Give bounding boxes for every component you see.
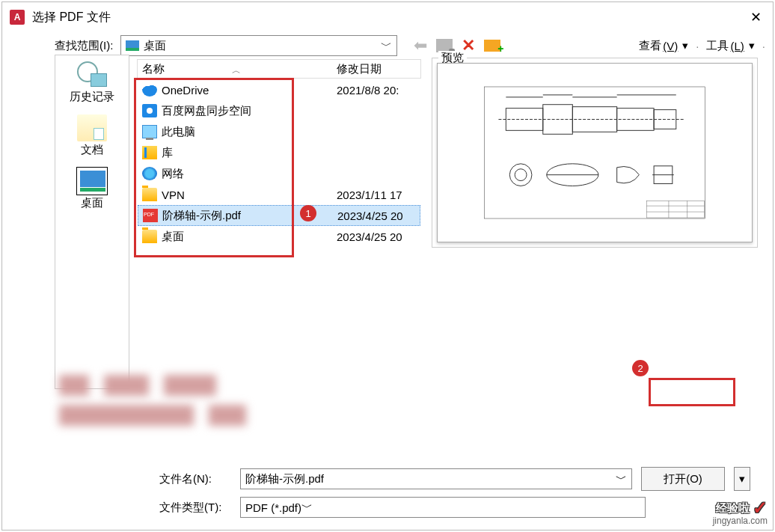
list-item[interactable]: 桌面2023/4/25 20	[138, 226, 420, 247]
svg-rect-1	[506, 108, 542, 131]
titlebar: A 选择 PDF 文件 ✕	[2, 2, 773, 32]
filetype-row: 文件类型(T): PDF (*.pdf) ﹀	[2, 494, 773, 530]
preview-fieldset: 预览	[432, 58, 758, 248]
app-icon: A	[10, 10, 25, 25]
annotation-badge-2: 2	[632, 360, 649, 376]
sidebar-item-history[interactable]: 历史记录	[61, 58, 123, 107]
new-folder-button[interactable]	[484, 40, 500, 52]
dialog-title: 选择 PDF 文件	[32, 10, 750, 25]
svg-point-12	[515, 169, 527, 181]
list-item[interactable]: VPN2023/1/11 17	[138, 184, 420, 205]
list-item[interactable]: 库	[138, 142, 420, 163]
chevron-down-icon: ▾	[749, 39, 755, 52]
filename-combo[interactable]: 阶梯轴-示例.pdf ﹀	[240, 468, 632, 489]
filename-row: 文件名(N): 阶梯轴-示例.pdf ﹀ 打开(O) ▾	[2, 464, 773, 494]
desktop-icon	[126, 40, 139, 51]
redacted-area	[59, 375, 284, 435]
preview-panel: 预览	[432, 59, 773, 464]
dialog-body: 历史记录 文档 桌面 名称 ︿ 修改日期 OneDrive2021/8/8 20…	[2, 59, 773, 464]
close-button[interactable]: ✕	[750, 9, 765, 25]
lookin-combo[interactable]: 桌面 ﹀	[120, 35, 397, 56]
history-icon	[77, 61, 107, 88]
folder-icon	[142, 230, 157, 243]
list-header: 名称 ︿ 修改日期	[137, 59, 421, 79]
library-icon	[142, 146, 157, 159]
dialog-window: A 选择 PDF 文件 ✕ 查找范围(I): 桌面 ﹀ ⬅ ✕ 查看(V) ▾ …	[1, 1, 774, 531]
watermark: 经验啦✓ jingyanla.com	[713, 498, 768, 526]
sidebar-item-desktop[interactable]: 桌面	[61, 165, 123, 213]
column-modified[interactable]: 修改日期	[332, 62, 420, 76]
svg-rect-17	[646, 201, 704, 218]
view-menu-button[interactable]: 查看(V) ▾	[639, 39, 688, 53]
list-item[interactable]: OneDrive2021/8/8 20:	[138, 79, 420, 100]
folder-icon	[142, 188, 157, 201]
filetype-combo[interactable]: PDF (*.pdf) ﹀	[240, 497, 646, 518]
onedrive-icon	[142, 83, 157, 97]
preview-image	[437, 63, 753, 242]
lookin-label: 查找范围(I):	[55, 39, 113, 53]
pdf-icon	[143, 209, 158, 222]
annotation-badge-1: 1	[300, 205, 316, 221]
dropdown-arrow-icon: ﹀	[616, 472, 627, 486]
column-name[interactable]: 名称 ︿	[138, 62, 332, 76]
list-item-selected[interactable]: 阶梯轴-示例.pdf2023/4/25 20	[138, 205, 420, 226]
baidu-icon	[142, 104, 157, 117]
open-button[interactable]: 打开(O)	[641, 467, 725, 491]
cad-drawing-preview	[453, 86, 737, 219]
lookin-value: 桌面	[144, 39, 381, 53]
sort-indicator-icon: ︿	[232, 64, 241, 77]
list-item[interactable]: 此电脑	[138, 121, 420, 142]
sidebar: 历史记录 文档 桌面	[55, 55, 129, 389]
list-item[interactable]: 百度网盘同步空间	[138, 100, 420, 121]
filename-label: 文件名(N):	[159, 472, 231, 486]
chevron-down-icon: ▾	[682, 39, 688, 52]
tools-menu-button[interactable]: 工具(L) ▾	[706, 39, 754, 53]
network-icon	[142, 167, 157, 180]
open-dropdown-button[interactable]: ▾	[734, 467, 750, 491]
list-item[interactable]: 网络	[138, 163, 420, 184]
sidebar-item-documents[interactable]: 文档	[61, 111, 123, 160]
back-button[interactable]: ⬅	[414, 36, 427, 55]
pc-icon	[142, 125, 157, 138]
svg-point-11	[509, 164, 532, 186]
desktop-icon	[77, 168, 107, 195]
filetype-label: 文件类型(T):	[159, 501, 231, 515]
svg-rect-4	[617, 108, 654, 131]
dropdown-arrow-icon: ﹀	[381, 39, 392, 53]
filetype-value: PDF (*.pdf)	[245, 501, 301, 514]
filename-value: 阶梯轴-示例.pdf	[245, 472, 616, 486]
documents-icon	[77, 114, 107, 141]
dropdown-arrow-icon: ﹀	[301, 501, 313, 515]
